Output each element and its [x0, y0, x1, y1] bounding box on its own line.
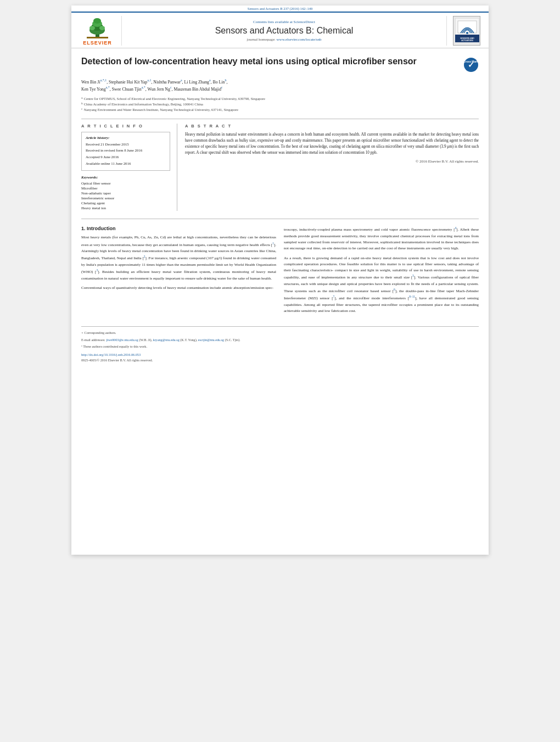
main-col-right: troscopy, inductively-coupled plasma mas… — [284, 226, 479, 317]
svg-point-10 — [466, 32, 468, 34]
science-direct-link[interactable]: ScienceDirect — [294, 20, 315, 24]
elsevier-logo: ELSEVIER — [78, 16, 122, 46]
elsevier-tree-icon — [82, 16, 113, 39]
keyword-2: Microfiber — [81, 186, 170, 190]
main-body-section: 1. Introduction Most heavy metals (for e… — [81, 219, 479, 317]
email-line: E-mail addresses: jiwe0003@e.ntu.edu.sg … — [81, 337, 479, 343]
intro-para-2: Conventional ways of quantitatively dete… — [81, 285, 276, 291]
intro-para-3: troscopy, inductively-coupled plasma mas… — [284, 226, 479, 252]
divider-1 — [81, 119, 479, 119]
history-title: Article history: — [86, 136, 166, 140]
doi-text: Sensors and Actuators B 237 (2016) 142–1… — [248, 7, 312, 10]
received-revised-date: Received in revised form 8 June 2016 — [86, 148, 166, 153]
email-link-2[interactable]: ktyang@ntu.edu.sg — [153, 338, 180, 342]
affiliation-b: ᵇ China Academy of Electronics and Infor… — [81, 102, 479, 107]
science-direct-line: Contents lists available at ScienceDirec… — [253, 20, 315, 24]
svg-rect-5 — [87, 37, 108, 38]
affiliation-c: ᶜ Nanyang Environment and Water Research… — [81, 107, 479, 113]
journal-center: Contents lists available at ScienceDirec… — [122, 16, 446, 46]
article-body: Detection of low-concentration heavy met… — [71, 48, 489, 372]
svg-text:Mark: Mark — [472, 60, 478, 63]
doi-line: Sensors and Actuators B 237 (2016) 142–1… — [71, 5, 489, 13]
abstract-label: A B S T R A C T — [185, 124, 479, 129]
intro-para-1: Most heavy metals (for example, Pb, Cu, … — [81, 235, 276, 281]
abstract-text: Heavy metal pollution in natural water e… — [185, 132, 479, 157]
svg-text:Cross: Cross — [463, 60, 471, 63]
keyword-1: Optical fiber sensor — [81, 181, 170, 185]
article-info-column: A R T I C L E I N F O Article history: R… — [81, 124, 177, 211]
journal-header: ELSEVIER Contents lists available at Sci… — [71, 13, 489, 48]
copyright-line: © 2016 Elsevier B.V. All rights reserved… — [185, 159, 479, 164]
article-page: Sensors and Actuators B 237 (2016) 142–1… — [71, 5, 489, 555]
email-link-3[interactable]: esctjin@ntu.edu.sg — [198, 338, 224, 342]
svg-point-7 — [99, 26, 105, 30]
svg-point-4 — [93, 18, 101, 24]
info-abstract-section: A R T I C L E I N F O Article history: R… — [81, 124, 479, 211]
article-title-text: Detection of low-concentration heavy met… — [81, 56, 458, 68]
main-col-left: 1. Introduction Most heavy metals (for e… — [81, 226, 276, 317]
contents-text: Contents lists available at — [253, 20, 294, 24]
affiliations: ᵃ Centre for OPTIMUS, School of Electric… — [81, 96, 479, 113]
journal-title: Sensors and Actuators B: Chemical — [215, 26, 354, 36]
sensors-logo-box: SENSORS AND ACTUATORS — [453, 16, 480, 46]
homepage-line: journal homepage: www.elsevier.com/locat… — [247, 37, 321, 42]
contribution-note: ¹ These authors contributed equally to t… — [81, 344, 479, 350]
available-date: Available online 11 June 2016 — [86, 161, 166, 166]
intro-para-4: As a result, there is growing demand of … — [284, 255, 479, 315]
homepage-text: journal homepage: — [247, 37, 276, 42]
homepage-link[interactable]: www.elsevier.com/locate/snb — [277, 37, 322, 42]
article-footer: ⋆ Corresponding authors. E-mail addresse… — [81, 326, 479, 364]
corresponding-note: ⋆ Corresponding authors. — [81, 330, 479, 336]
svg-rect-9 — [458, 21, 477, 33]
doi-link[interactable]: http://dx.doi.org/10.1016/j.snb.2016.06.… — [81, 353, 141, 356]
authors-line: Wen Bin Jia,*,1, Stephanie Hui Kit Yapa,… — [81, 78, 479, 93]
received-date: Received 21 December 2015 — [86, 142, 166, 147]
email-link-1[interactable]: jiwe0003@e.ntu.edu.sg — [106, 338, 138, 342]
introduction-heading: 1. Introduction — [81, 226, 276, 231]
svg-text:ACTUATORS: ACTUATORS — [461, 40, 473, 42]
sensors-actuators-logo: SENSORS AND ACTUATORS — [446, 16, 482, 46]
keywords-title: Keywords: — [81, 175, 170, 180]
elsevier-text-label: ELSEVIER — [83, 40, 112, 46]
article-history-box: Article history: Received 21 December 20… — [81, 132, 170, 171]
crossmark-icon: ✓ Cross Mark — [463, 57, 479, 72]
svg-point-6 — [89, 26, 95, 30]
keyword-3: Non-adiabatic taper — [81, 191, 170, 195]
article-info-label: A R T I C L E I N F O — [81, 124, 170, 129]
article-title-section: Detection of low-concentration heavy met… — [81, 56, 479, 72]
issn-line: 0925-4005/© 2016 Elsevier B.V. All right… — [81, 358, 479, 364]
abstract-column: A B S T R A C T Heavy metal pollution in… — [185, 124, 479, 211]
keyword-4: Interferometric sensor — [81, 196, 170, 200]
keyword-6: Heavy metal ion — [81, 206, 170, 210]
affiliation-a: ᵃ Centre for OPTIMUS, School of Electric… — [81, 96, 479, 102]
sensors-logo-icon: SENSORS AND ACTUATORS — [455, 18, 479, 42]
keyword-5: Chelating agent — [81, 201, 170, 205]
accepted-date: Accepted 9 June 2016 — [86, 154, 166, 160]
keywords-section: Keywords: Optical fiber sensor Microfibe… — [81, 175, 170, 210]
